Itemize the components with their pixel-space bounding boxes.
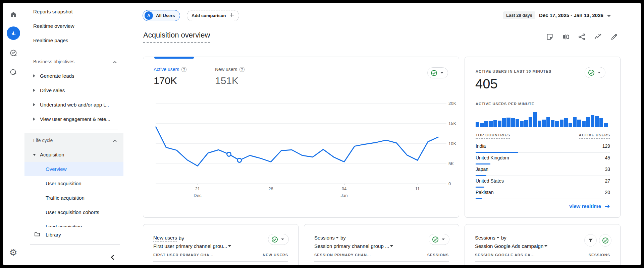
realtime-data-quality-dropdown[interactable] [585,67,605,78]
metric-col-header[interactable]: NEW USERS [263,253,288,258]
filter-icon[interactable] [584,234,597,247]
data-point-marker [227,152,231,156]
sidebar-item-user-acquisition-cohorts[interactable]: User acquisition cohorts [24,205,123,219]
metric-new-users[interactable]: New users ? 151K [215,67,245,86]
by-label: by [340,235,346,241]
caret-down-icon [336,237,339,239]
per-minute-bar [551,120,554,127]
sidebar-item-understand-web-and-or-app-t[interactable]: Understand web and/or app t... [24,97,123,112]
sidebar-item-acquisition[interactable]: Acquisition [24,147,123,162]
dimension-picker[interactable]: Session primary channel group ... [314,243,393,249]
x-axis-tickmark [344,184,344,185]
dimension-label: First user primary channel grou... [153,243,227,249]
reports-icon[interactable] [7,26,20,40]
insights-icon[interactable] [594,32,602,41]
metric-picker[interactable]: Sessions [475,235,495,241]
sidebar-item-overview[interactable]: Overview [24,162,123,176]
country-name: United Kingdom [476,155,509,160]
data-quality-dropdown[interactable] [427,67,448,78]
nav-item-label: View user engagement & rete... [40,116,110,122]
per-minute-bar [533,112,537,127]
caret-right-icon[interactable] [29,89,40,92]
active-users-col-header[interactable]: ACTIVE USERS [579,133,610,139]
caret-right-icon[interactable] [29,118,40,121]
users-tab-indicator[interactable] [154,57,194,59]
dimension-label: Session primary channel group ... [314,243,389,249]
realtime-title[interactable]: ACTIVE USERS IN LAST 30 MINUTES [476,69,551,75]
share-icon[interactable] [578,32,586,41]
caret-right-icon[interactable] [29,103,40,106]
header-divider [314,261,449,262]
caret-down-icon [390,245,393,247]
sessions-by-google-ads-card: Sessions by Session Google Ads campaign … [465,224,621,265]
sidebar-item-drive-sales[interactable]: Drive sales [24,83,123,97]
per-minute-bar [577,120,581,127]
check-circle-icon [271,236,278,243]
caret-right-icon[interactable] [29,74,40,77]
sidebar-item-realtime-overview[interactable]: Realtime overview [24,19,123,33]
data-quality-badge[interactable] [599,234,611,247]
sidebar-section-business-objectives[interactable]: Business objectives [24,55,123,69]
metric-col-header[interactable]: SESSIONS [589,253,610,258]
sidebar-divider [30,51,118,51]
sidebar-item-library[interactable]: Library [24,227,123,242]
nav-item-label: Drive sales [40,87,65,93]
top-countries-col-header[interactable]: TOP COUNTRIES [476,133,510,139]
sidebar-item-view-user-engagement-rete[interactable]: View user engagement & rete... [24,112,123,126]
dimension-col-header[interactable]: SESSION GOOGLE ADS CA... [475,253,535,258]
per-minute-bar [516,119,519,127]
dimension-label: Session Google Ads campaign [475,243,543,249]
caret-down-icon [442,239,445,240]
explore-icon[interactable] [7,46,20,60]
per-minute-bar [564,118,568,127]
all-users-chip[interactable]: A All Users [143,10,180,21]
add-comparison-button[interactable]: Add comparison [187,10,239,21]
view-realtime-link[interactable]: View realtime [569,203,610,209]
help-icon[interactable]: ? [239,67,245,72]
per-minute-bar [604,123,607,127]
sidebar-item-realtime-pages[interactable]: Realtime pages [24,33,123,48]
advertising-icon[interactable] [7,66,20,79]
ab-compare-icon[interactable] [561,32,570,41]
data-quality-dropdown[interactable] [429,234,449,245]
dimension-picker[interactable]: Session Google Ads campaign [475,243,547,249]
metric-active-users[interactable]: Active users ? 170K [154,67,186,86]
chevron-up-icon [113,138,117,143]
country-active-users: 45 [605,155,610,160]
date-range-picker[interactable]: Last 28 days Dec 17, 2025 - Jan 13, 2026 [503,11,611,19]
sidebar-item-traffic-acquisition[interactable]: Traffic acquisition [24,191,123,205]
check-circle-icon [588,69,595,76]
sidebar-item-reports-snapshot[interactable]: Reports snapshot [24,4,123,19]
caret-down-icon[interactable] [29,154,40,156]
check-circle-icon [432,236,439,243]
caret-down-icon [228,245,231,247]
data-quality-dropdown[interactable] [268,234,289,245]
by-label: by [179,236,184,241]
notes-icon[interactable] [545,32,554,41]
segment-avatar: A [145,11,153,20]
top-countries-table: India129United Kingdom45Japan33United St… [476,141,610,199]
per-minute-bar [498,121,501,127]
help-icon[interactable]: ? [181,67,186,72]
edit-icon[interactable] [610,32,619,41]
header-divider [153,261,288,262]
per-minute-bar [520,121,524,127]
metric-picker[interactable]: Sessions [314,235,335,241]
add-comparison-label: Add comparison [192,13,226,18]
section-label: Business objectives [33,59,74,64]
dimension-picker[interactable]: First user primary channel grou... [153,243,231,249]
collapse-sidebar-button[interactable] [108,253,117,262]
per-minute-bar [542,120,546,127]
home-icon[interactable] [7,8,20,21]
sidebar-item-user-acquisition[interactable]: User acquisition [24,176,123,191]
sidebar-divider [30,130,118,130]
country-active-users: 27 [605,178,610,184]
metric-picker[interactable]: New users [153,235,177,242]
caret-down-icon [598,72,601,73]
sidebar-section-life-cycle[interactable]: Life cycle [24,133,123,147]
metric-col-header[interactable]: SESSIONS [427,253,449,258]
sidebar-item-lead-acquisition[interactable]: Lead acquisition [24,219,123,228]
per-minute-bar [506,118,510,127]
sidebar-item-generate-leads[interactable]: Generate leads [24,69,123,83]
admin-gear-icon[interactable]: ⚙ [7,246,20,259]
